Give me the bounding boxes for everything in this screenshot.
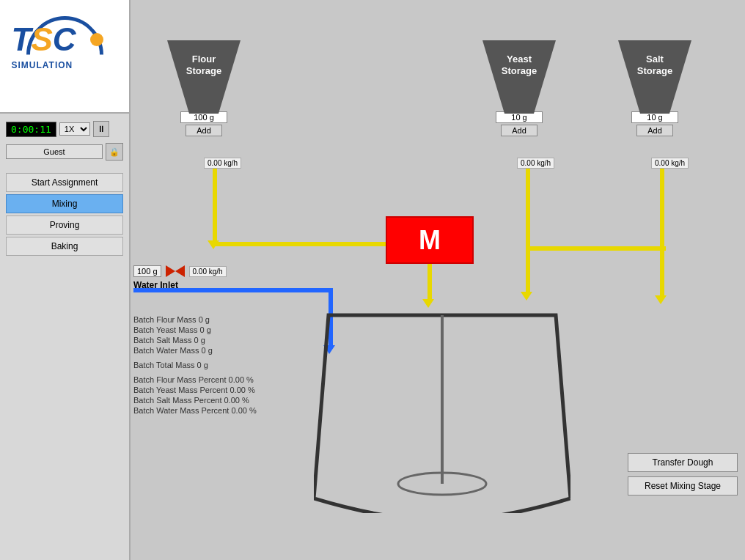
logo-text: TSC bbox=[12, 23, 76, 56]
flour-pct-label: Batch Flour Mass Percent 0.00 % bbox=[133, 375, 257, 384]
water-inlet-value: 100 g bbox=[133, 265, 161, 277]
mixer-arrow bbox=[422, 299, 434, 308]
flour-flow-rate: 0.00 kg/h bbox=[204, 158, 241, 169]
svg-text:Salt: Salt bbox=[646, 54, 664, 65]
yeast-add-button[interactable]: Add bbox=[501, 125, 537, 136]
water-pipe-h bbox=[133, 288, 331, 292]
salt-mass-label: Batch Salt Mass 0 g bbox=[133, 336, 257, 345]
lock-icon: 🔒 bbox=[109, 147, 120, 157]
lock-button[interactable]: 🔒 bbox=[106, 143, 123, 161]
water-pct-label: Batch Water Mass Percent 0.00 % bbox=[133, 406, 257, 415]
yeast-pipe-v bbox=[526, 169, 530, 293]
svg-marker-9 bbox=[166, 265, 175, 277]
proving-button[interactable]: Proving bbox=[6, 215, 123, 235]
main-area: Flour Storage Add 0.00 kg/h Yeast Storag… bbox=[131, 0, 745, 560]
salt-add-button[interactable]: Add bbox=[636, 125, 673, 136]
baking-button[interactable]: Baking bbox=[6, 237, 123, 256]
mixer-pipe-v bbox=[427, 264, 432, 301]
flour-hopper-shape: Flour Storage bbox=[160, 40, 248, 117]
mixing-bowl bbox=[314, 308, 570, 513]
guest-button[interactable]: Guest bbox=[6, 144, 103, 159]
salt-pipe-h bbox=[530, 246, 666, 251]
yeast-storage-hopper: Yeast Storage Add bbox=[475, 40, 563, 138]
start-assignment-button[interactable]: Start Assignment bbox=[6, 173, 123, 192]
logo-s: S bbox=[31, 21, 52, 57]
svg-marker-10 bbox=[175, 265, 185, 277]
svg-text:Yeast: Yeast bbox=[507, 54, 532, 65]
yeast-flow-rate: 0.00 kg/h bbox=[517, 158, 554, 169]
yeast-arrow bbox=[521, 292, 532, 301]
timer-controls: 0:00:11 1X2X4X ⏸ bbox=[0, 117, 129, 141]
water-valve-icon[interactable] bbox=[164, 264, 186, 279]
info-panel: Batch Flour Mass 0 g Batch Yeast Mass 0 … bbox=[133, 315, 257, 416]
svg-text:Storage: Storage bbox=[186, 65, 221, 76]
yeast-mass-label: Batch Yeast Mass 0 g bbox=[133, 325, 257, 334]
logo-t: T bbox=[12, 21, 32, 57]
logo-dot bbox=[90, 33, 103, 46]
svg-marker-6 bbox=[618, 40, 691, 114]
svg-text:Storage: Storage bbox=[502, 65, 537, 76]
water-flow-rate: 0.00 kg/h bbox=[189, 266, 227, 277]
sidebar: TSC SIMULATION 0:00:11 1X2X4X ⏸ Guest 🔒 … bbox=[0, 0, 131, 560]
flour-pipe-v bbox=[213, 169, 217, 242]
salt-pipe-v bbox=[660, 169, 664, 297]
time-display: 0:00:11 bbox=[6, 122, 56, 137]
svg-marker-0 bbox=[167, 40, 241, 114]
guest-row: Guest 🔒 bbox=[0, 141, 129, 162]
pause-button[interactable]: ⏸ bbox=[93, 121, 109, 137]
yeast-hopper-shape: Yeast Storage bbox=[475, 40, 563, 117]
svg-text:Flour: Flour bbox=[192, 54, 216, 65]
svg-text:Storage: Storage bbox=[637, 65, 672, 76]
mixing-button[interactable]: Mixing bbox=[6, 194, 123, 213]
flour-add-button[interactable]: Add bbox=[186, 125, 222, 136]
reset-mixing-button[interactable]: Reset Mixing Stage bbox=[628, 476, 738, 495]
salt-hopper-shape: Salt Storage bbox=[611, 40, 699, 117]
salt-storage-hopper: Salt Storage Add bbox=[611, 40, 699, 138]
mixer-box: M bbox=[386, 216, 474, 264]
speed-select[interactable]: 1X2X4X bbox=[59, 122, 90, 136]
salt-arrow bbox=[655, 295, 667, 304]
flour-pipe-h bbox=[215, 242, 391, 246]
total-mass-label: Batch Total Mass 0 g bbox=[133, 361, 257, 369]
mixer-label: M bbox=[419, 225, 441, 256]
logo-simulation: SIMULATION bbox=[12, 60, 73, 70]
logo-c: C bbox=[53, 21, 76, 57]
transfer-dough-button[interactable]: Transfer Dough bbox=[628, 453, 738, 472]
salt-pct-label: Batch Salt Mass Percent 0.00 % bbox=[133, 396, 257, 405]
water-mass-label: Batch Water Mass 0 g bbox=[133, 346, 257, 355]
flour-storage-hopper: Flour Storage Add bbox=[160, 40, 248, 138]
logo-area: TSC SIMULATION bbox=[0, 0, 129, 114]
yeast-pct-label: Batch Yeast Mass Percent 0.00 % bbox=[133, 386, 257, 394]
salt-flow-rate: 0.00 kg/h bbox=[651, 158, 689, 169]
svg-marker-3 bbox=[482, 40, 556, 114]
flour-mass-label: Batch Flour Mass 0 g bbox=[133, 315, 257, 324]
